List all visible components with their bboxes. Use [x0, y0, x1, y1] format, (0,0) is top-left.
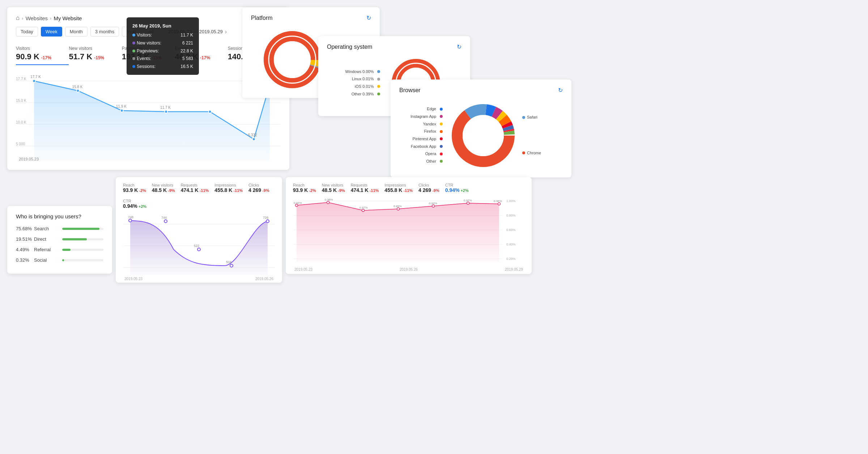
- svg-text:1.00%: 1.00%: [506, 199, 516, 203]
- browser-card: Browser ↻ Edge Instagram App Yandex Fire…: [391, 80, 571, 177]
- users-source-title: Who is bringing you users?: [16, 213, 103, 219]
- ctr-svg: 1.00% 0.80% 0.60% 0.40% 0.20% 0.94% 0.98…: [293, 197, 524, 270]
- legend-instagram: Instagram App: [399, 113, 443, 120]
- browser-donut-svg: [447, 99, 519, 172]
- legend-pinterest: Pinterest App: [399, 136, 443, 142]
- ctr-stat-requests: Requests 474.1 K-11%: [351, 183, 379, 193]
- legend-edge: Edge: [399, 106, 443, 112]
- svg-point-8: [33, 80, 35, 82]
- metrics-row: Visitors 90.9 K-17% New visitors 51.7 K-…: [16, 43, 281, 65]
- svg-point-67: [327, 201, 329, 204]
- platform-title: Platform: [251, 15, 273, 21]
- period-week[interactable]: Week: [41, 27, 62, 37]
- svg-point-12: [208, 110, 211, 113]
- ctr-stat-ctr: CTR 0.94%+2%: [445, 183, 469, 193]
- legend-safari: Safari: [522, 114, 548, 121]
- ctr-stat-impressions: Impressions 455.8 K-11%: [384, 183, 413, 193]
- svg-point-50: [266, 220, 269, 223]
- ctr-stat-reach: Reach 93.9 K-2%: [293, 183, 316, 193]
- legend-facebook: Facebook App: [399, 143, 443, 150]
- svg-text:0.80%: 0.80%: [506, 214, 516, 217]
- period-all[interactable]: All: [144, 27, 158, 37]
- stat-clicks: Clicks 4 269-9%: [248, 183, 269, 193]
- svg-point-46: [129, 219, 132, 222]
- svg-text:0.98%: 0.98%: [325, 198, 333, 201]
- browser-donut-container: Edge Instagram App Yandex Firefox Pinter…: [399, 99, 563, 172]
- next-date-btn[interactable]: ›: [225, 29, 227, 35]
- date-range-text: 2019.05.23 — 2019.05.29: [168, 29, 222, 34]
- current-page: My Website: [54, 15, 82, 21]
- metric-visitors[interactable]: Visitors 90.9 K-17%: [16, 43, 69, 65]
- stat-reach: Reach 93.9 K-2%: [123, 183, 146, 193]
- svg-point-49: [230, 264, 233, 267]
- svg-text:504: 504: [226, 260, 231, 264]
- chart-x-label: 2019.05.23: [19, 157, 39, 161]
- ctr-stat-clicks: Clicks 4 269-9%: [418, 183, 439, 193]
- svg-text:15.0 K: 15.0 K: [16, 99, 26, 103]
- date-range: ‹ 2019.05.23 — 2019.05.29 ›: [164, 29, 227, 35]
- browser-refresh-icon[interactable]: ↻: [558, 87, 563, 94]
- svg-text:0.87%: 0.87%: [359, 206, 368, 209]
- legend-windows: Windows 0.00%: [345, 68, 380, 75]
- svg-point-47: [164, 220, 167, 223]
- home-icon[interactable]: ⌂: [16, 14, 20, 22]
- stat-new-visitors: New visitors 48.5 K-9%: [152, 183, 175, 193]
- os-refresh-icon[interactable]: ↻: [457, 43, 461, 50]
- impressions-card: Reach 93.9 K-2% New visitors 48.5 K-9% R…: [116, 177, 282, 283]
- os-header: Operating system ↻: [327, 43, 461, 50]
- legend-chrome: Chrome: [522, 150, 548, 157]
- period-month[interactable]: Month: [65, 27, 88, 37]
- svg-text:0.93%: 0.93%: [429, 202, 437, 205]
- period-year[interactable]: Year: [122, 27, 141, 37]
- svg-point-9: [76, 89, 79, 92]
- source-row-direct: 19.51% Direct: [16, 236, 103, 242]
- svg-point-71: [467, 202, 469, 205]
- svg-text:5 000: 5 000: [16, 142, 25, 146]
- os-title: Operating system: [327, 44, 372, 50]
- svg-text:11.9 K: 11.9 K: [116, 104, 127, 108]
- stat-impressions: Impressions 455.8 K-11%: [214, 183, 243, 193]
- websites-link[interactable]: Websites: [26, 15, 48, 21]
- legend-other-os: Other 0.39%: [345, 91, 380, 98]
- os-legend: Windows 0.00% Linux 0.01% iOS 0.01% Othe…: [345, 68, 380, 98]
- platform-refresh-icon[interactable]: ↻: [366, 14, 371, 21]
- source-row-search: 75.68% Search: [16, 226, 103, 231]
- ctr-stat-new-visitors: New visitors 48.5 K-9%: [322, 183, 345, 193]
- legend-opera: Opera: [399, 150, 443, 157]
- metric-pageviews[interactable]: Pageviews 193.8 K-15%: [122, 43, 175, 65]
- svg-text:0.94%: 0.94%: [294, 201, 302, 205]
- svg-text:726: 726: [263, 216, 268, 219]
- date-nav: Today Week Month 3 months Year All ‹ 201…: [16, 27, 281, 37]
- svg-point-13: [252, 138, 255, 141]
- platform-header: Platform ↻: [251, 14, 371, 21]
- visitors-chart: 17.7 K 15.0 K 10.0 K 5 000: [16, 70, 281, 164]
- impressions-chart: 748 744 522 504 726 2019.05.23 2019.05.2…: [123, 213, 275, 278]
- period-3months[interactable]: 3 months: [90, 27, 119, 37]
- users-source-card: Who is bringing you users? 75.68% Search…: [7, 206, 112, 274]
- svg-text:0.40%: 0.40%: [506, 243, 516, 246]
- legend-ios: iOS 0.01%: [345, 83, 380, 90]
- source-row-referral: 4.49% Referral: [16, 247, 103, 252]
- svg-point-26: [274, 41, 311, 78]
- svg-point-11: [165, 110, 167, 113]
- svg-text:6.332: 6.332: [248, 133, 257, 137]
- svg-text:748: 748: [128, 215, 133, 219]
- legend-other-browser: Other: [399, 158, 443, 165]
- ctr-chart: 1.00% 0.80% 0.60% 0.40% 0.20% 0.94% 0.98…: [293, 197, 524, 270]
- metric-new-visitors[interactable]: New visitors 51.7 K-15%: [69, 43, 122, 65]
- period-today[interactable]: Today: [16, 27, 38, 37]
- svg-text:0.89%: 0.89%: [393, 205, 402, 208]
- svg-text:744: 744: [161, 216, 167, 219]
- stat-requests: Requests 474.1 K-11%: [181, 183, 209, 193]
- svg-point-10: [120, 109, 123, 112]
- svg-text:17.7 K: 17.7 K: [30, 75, 41, 79]
- stat-ctr: CTR 0.94%+2%: [123, 199, 146, 209]
- svg-point-69: [397, 208, 400, 210]
- metric-events[interactable]: Events 46.2 K-17%: [175, 43, 227, 65]
- svg-text:522: 522: [194, 244, 199, 248]
- svg-text:15.8 K: 15.8 K: [72, 85, 82, 89]
- svg-point-72: [498, 203, 501, 205]
- prev-date-btn[interactable]: ‹: [164, 29, 166, 35]
- legend-linux: Linux 0.01%: [345, 76, 380, 82]
- svg-point-48: [197, 248, 200, 251]
